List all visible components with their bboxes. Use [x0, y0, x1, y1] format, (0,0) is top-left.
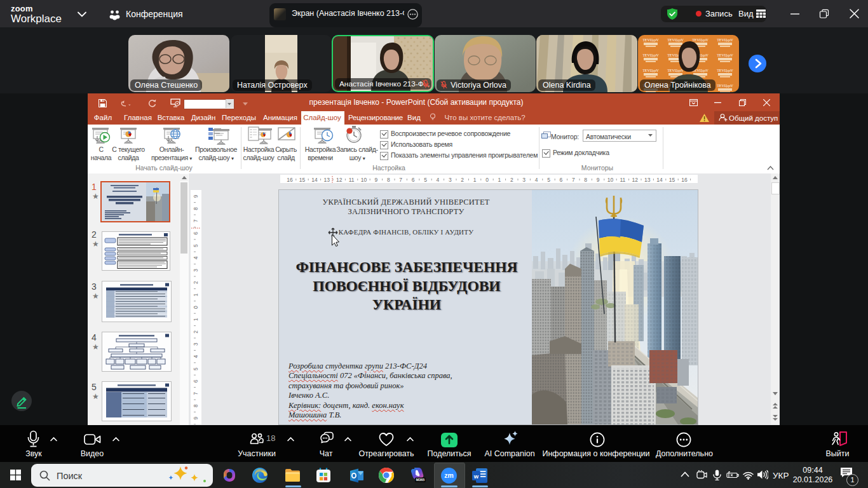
svg-text:3: 3 — [193, 342, 199, 346]
svg-text:6: 6 — [193, 379, 199, 383]
svg-text:5: 5 — [193, 244, 199, 247]
svg-text:12: 12 — [632, 177, 639, 183]
svg-text:4: 4 — [535, 177, 538, 183]
svg-text:15: 15 — [299, 177, 306, 183]
svg-text:7: 7 — [193, 392, 199, 395]
svg-text:6: 6 — [560, 177, 563, 183]
svg-text:10: 10 — [607, 177, 614, 183]
svg-text:w: w — [473, 473, 479, 480]
svg-text:15: 15 — [669, 177, 675, 183]
svg-text:4: 4 — [193, 256, 199, 259]
svg-text:6: 6 — [412, 177, 415, 183]
svg-text:9: 9 — [193, 416, 199, 419]
svg-text:9: 9 — [375, 177, 378, 183]
svg-text:5: 5 — [424, 177, 427, 183]
svg-text:13: 13 — [644, 177, 651, 183]
svg-text:7: 7 — [399, 177, 402, 183]
svg-text:7: 7 — [572, 177, 575, 183]
svg-text:8: 8 — [584, 177, 587, 183]
svg-text:1: 1 — [193, 318, 199, 321]
svg-text:5: 5 — [193, 367, 199, 370]
svg-text:2: 2 — [193, 330, 199, 334]
svg-text:10: 10 — [361, 177, 367, 183]
svg-text:3: 3 — [449, 177, 452, 183]
svg-text:9: 9 — [193, 194, 199, 198]
svg-text:2: 2 — [193, 281, 199, 284]
svg-text:7: 7 — [193, 219, 199, 222]
svg-text:1: 1 — [498, 177, 501, 183]
svg-text:14: 14 — [656, 177, 663, 183]
svg-text:11: 11 — [349, 177, 355, 183]
svg-text:3: 3 — [193, 269, 199, 272]
svg-text:12: 12 — [336, 177, 342, 183]
svg-text:8: 8 — [387, 177, 390, 183]
svg-text:16: 16 — [287, 177, 293, 183]
svg-text:8: 8 — [193, 404, 199, 407]
svg-text:9: 9 — [597, 177, 600, 183]
svg-text:4: 4 — [193, 355, 199, 358]
svg-text:M365: M365 — [416, 478, 425, 482]
svg-text:6: 6 — [193, 231, 199, 234]
svg-text:14: 14 — [311, 177, 318, 183]
svg-text:8: 8 — [193, 207, 199, 210]
svg-text:3: 3 — [522, 177, 526, 183]
svg-text:1: 1 — [193, 293, 199, 296]
svg-text:11: 11 — [620, 177, 625, 183]
svg-text:4: 4 — [437, 177, 440, 183]
svg-text:16: 16 — [681, 177, 688, 183]
svg-text:0: 0 — [193, 306, 199, 309]
svg-text:13: 13 — [324, 177, 330, 183]
svg-text:2: 2 — [461, 177, 464, 183]
svg-text:0: 0 — [485, 177, 489, 183]
svg-text:2: 2 — [510, 177, 513, 183]
svg-text:1: 1 — [473, 177, 477, 183]
svg-text:5: 5 — [547, 177, 550, 183]
